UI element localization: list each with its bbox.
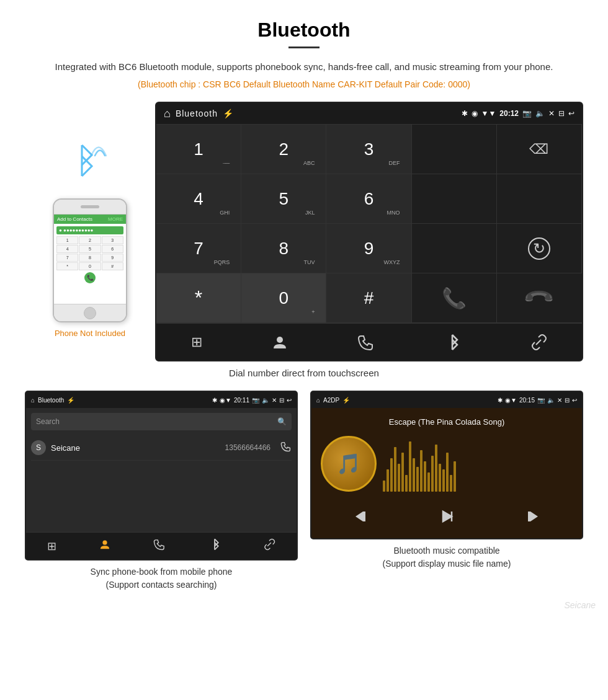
phonebook-status-bar: ⌂ Bluetooth ⚡ ✱ ◉▼ 20:11 📷 🔈 ✕ ⊟ ↩: [26, 392, 297, 408]
key-6[interactable]: 6 MNO: [326, 174, 411, 224]
key-9-label: 9: [364, 239, 374, 259]
key-call-red[interactable]: 📞: [497, 273, 582, 323]
music-vol: 🔈: [547, 397, 555, 404]
pb-keypad-icon[interactable]: ⊞: [47, 539, 56, 553]
key-6-label: 6: [364, 189, 374, 209]
key-star-label: *: [195, 286, 202, 309]
key-0-sub: +: [311, 309, 315, 315]
album-art: 🎵: [321, 436, 377, 492]
phonebook-device: ⌂ Bluetooth ⚡ ✱ ◉▼ 20:11 📷 🔈 ✕ ⊟ ↩: [25, 391, 298, 560]
watermark: Seicane: [564, 600, 596, 610]
key-5[interactable]: 5 JKL: [241, 174, 326, 224]
link-icon[interactable]: [530, 334, 547, 351]
search-bar[interactable]: Search 🔍: [31, 413, 292, 430]
prev-button[interactable]: [351, 504, 375, 529]
page-title: Bluetooth: [25, 19, 583, 42]
phonebook-caption: Sync phone-book from mobile phone(Suppor…: [91, 565, 233, 591]
svg-rect-6: [363, 512, 365, 521]
main-status-bar: ⌂ Bluetooth ⚡ ✱ ◉ ▼▼ 20:12 📷 🔈 ✕ ⊟ ↩: [156, 103, 582, 124]
svg-rect-10: [528, 512, 530, 521]
key-0[interactable]: 0 +: [241, 273, 326, 323]
music-status-bar: ⌂ A2DP ⚡ ✱ ◉▼ 20:15 📷 🔈 ✕ ⊟ ↩: [311, 392, 582, 408]
contacts-icon[interactable]: [271, 334, 288, 351]
key-4-sub: GHI: [220, 210, 230, 216]
music-back: ↩: [572, 397, 577, 404]
phone-side-panel: Add to Contacts MORE ● ●●●●●●●●●● 1 2 3 …: [25, 102, 155, 338]
phonebook-window: ⊟: [279, 397, 284, 404]
phonebook-vol: 🔈: [262, 397, 269, 404]
status-title: Bluetooth: [176, 109, 218, 118]
key-7[interactable]: 7 PQRS: [156, 224, 241, 273]
key-3[interactable]: 3 DEF: [326, 125, 411, 174]
pb-bt-icon[interactable]: [208, 538, 221, 554]
key-5-sub: JKL: [305, 210, 315, 216]
svg-marker-7: [443, 512, 452, 521]
play-pause-button[interactable]: [434, 504, 459, 529]
key-4[interactable]: 4 GHI: [156, 174, 241, 224]
key-9-sub: WXYZ: [384, 259, 400, 265]
bt-status-icon: ✱: [462, 109, 468, 118]
phone-icon[interactable]: [357, 334, 375, 351]
bluetooth-icon[interactable]: [444, 334, 461, 351]
volume-icon: 🔈: [535, 109, 545, 118]
phonebook-signal: ◉▼: [220, 397, 231, 404]
keypad-icon[interactable]: ⊞: [191, 334, 202, 350]
key-hash-label: #: [364, 288, 374, 308]
music-camera: 📷: [537, 397, 545, 404]
usb-icon: ⚡: [223, 109, 233, 118]
music-x: ✕: [557, 397, 562, 404]
key-refresh[interactable]: ↻: [497, 224, 582, 273]
contact-call-icon[interactable]: [280, 441, 292, 454]
key-2-sub: ABC: [303, 160, 315, 166]
key-1-sub: ·—: [223, 160, 230, 166]
back-icon: ↩: [568, 109, 574, 118]
music-screen-block: ⌂ A2DP ⚡ ✱ ◉▼ 20:15 📷 🔈 ✕ ⊟ ↩: [310, 391, 583, 591]
key-5-label: 5: [279, 189, 289, 209]
contact-phone: 13566664466: [225, 443, 270, 452]
phonebook-toolbar: ⊞: [26, 532, 297, 559]
key-hash[interactable]: #: [326, 273, 411, 323]
main-device-screen: ⌂ Bluetooth ⚡ ✱ ◉ ▼▼ 20:12 📷 🔈 ✕ ⊟ ↩: [155, 102, 583, 361]
home-icon: ⌂: [164, 107, 171, 120]
key-4-label: 4: [194, 189, 203, 209]
key-2[interactable]: 2 ABC: [241, 125, 326, 174]
music-home-icon: ⌂: [316, 397, 320, 404]
search-icon: 🔍: [277, 417, 287, 426]
music-title-label: A2DP: [323, 397, 339, 404]
signal-icon: ▼▼: [481, 109, 496, 118]
phonebook-bt-icon: ✱: [212, 397, 217, 404]
music-time: 20:15: [519, 397, 535, 404]
key-9[interactable]: 9 WXYZ: [326, 224, 411, 273]
key-6-sub: MNO: [387, 210, 400, 216]
key-1[interactable]: 1 ·—: [156, 125, 241, 174]
key-3-sub: DEF: [389, 160, 400, 166]
contact-row[interactable]: S Seicane 13566664466: [31, 435, 292, 461]
call-green-icon: 📞: [442, 286, 467, 310]
svg-marker-5: [355, 512, 363, 521]
phonebook-title: Bluetooth: [38, 397, 64, 404]
music-bt-icon: ✱: [498, 397, 503, 404]
pb-phone-icon[interactable]: [153, 538, 166, 554]
contact-name: Seicane: [51, 443, 220, 453]
key-backspace[interactable]: ⌫: [497, 125, 582, 174]
title-divider: [288, 47, 320, 48]
phone-not-included-label: Phone Not Included: [55, 329, 125, 338]
next-button[interactable]: [518, 504, 543, 529]
key-empty-1: [412, 125, 497, 174]
pb-contacts-icon[interactable]: [99, 538, 111, 554]
contact-initial: S: [31, 440, 46, 455]
key-call-green[interactable]: 📞: [412, 273, 497, 323]
window-icon: ⊟: [558, 109, 565, 118]
close-icon: ✕: [548, 109, 555, 118]
key-star[interactable]: *: [156, 273, 241, 323]
pb-link-icon[interactable]: [263, 538, 275, 554]
music-device: ⌂ A2DP ⚡ ✱ ◉▼ 20:15 📷 🔈 ✕ ⊟ ↩: [310, 391, 583, 539]
key-empty-3: [497, 174, 582, 224]
phonebook-usb-icon: ⚡: [67, 397, 74, 404]
music-visualizer: [383, 436, 573, 492]
key-8[interactable]: 8 TUV: [241, 224, 326, 273]
svg-point-1: [277, 337, 283, 343]
refresh-icon: ↻: [528, 237, 550, 260]
key-8-sub: TUV: [303, 259, 315, 265]
phonebook-camera: 📷: [252, 397, 259, 404]
